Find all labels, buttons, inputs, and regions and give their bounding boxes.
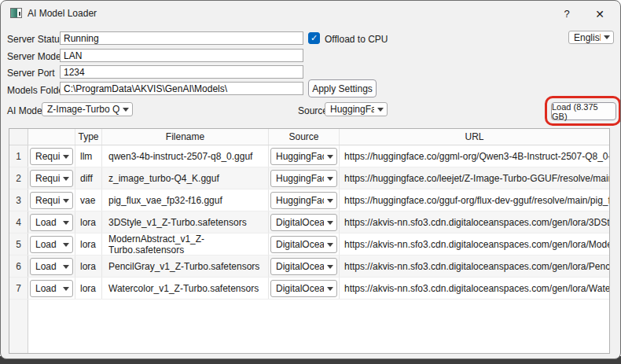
row-number: 4 [9, 211, 28, 233]
type-cell: lora [75, 256, 102, 277]
table-row: 3 Required vae pig_flux_vae_fp32-f16.ggu… [9, 189, 609, 211]
action-select[interactable]: Load [30, 280, 73, 297]
type-cell: llm [75, 145, 102, 167]
chevron-down-icon [327, 177, 333, 181]
filename-cell: z_image_turbo-Q4_K.gguf [102, 167, 269, 189]
server-port-label: Server Port [7, 68, 55, 79]
server-status-label: Server Status [7, 34, 64, 45]
models-folder-input[interactable] [60, 82, 303, 95]
models-table: Type Filename Source URL 1 Required llm … [9, 128, 610, 354]
server-port-input[interactable] [60, 65, 303, 79]
url-cell: https://huggingface.co/gguf-org/flux-dev… [340, 189, 609, 211]
chevron-down-icon [377, 108, 384, 112]
type-cell: lora [75, 211, 102, 233]
source-select[interactable]: HuggingFace [270, 148, 337, 165]
close-icon[interactable]: ✕ [587, 4, 612, 24]
server-mode-label: Server Mode [7, 51, 61, 62]
url-cell: https://akvis-nn.sfo3.cdn.digitaloceansp… [340, 233, 609, 255]
source-select[interactable]: DigitalOcean [270, 236, 337, 253]
chevron-down-icon [327, 243, 333, 247]
source-select[interactable]: HuggingFace [270, 170, 337, 187]
row-number: 7 [9, 278, 28, 299]
filename-cell: Watercolor_v1_Z-Turbo.safetensors [102, 278, 269, 299]
window-title: AI Model Loader [28, 8, 97, 19]
url-cell: https://huggingface.co/leejet/Z-Image-Tu… [340, 167, 609, 189]
row-number: 6 [9, 256, 28, 277]
source-select[interactable]: HuggingFace [270, 192, 337, 209]
type-cell: diff [75, 167, 102, 189]
action-select[interactable]: Required [30, 170, 73, 187]
url-cell: https://akvis-nn.sfo3.cdn.digitaloceansp… [340, 256, 609, 277]
action-select[interactable]: Required [30, 148, 73, 165]
chevron-down-icon [327, 221, 333, 225]
load-button[interactable]: Load (8.375 GB) [551, 102, 616, 120]
row-number: 5 [9, 233, 28, 255]
table-empty-area [9, 300, 609, 353]
app-icon [10, 8, 22, 18]
table-row: 1 Required llm qwen3-4b-instruct-2507-q8… [9, 145, 609, 167]
offload-to-cpu-label: Offload to CPU [325, 34, 388, 45]
models-folder-label: Models Folder [7, 85, 67, 96]
type-cell: vae [75, 189, 102, 211]
header-row-number [9, 129, 28, 145]
ai-model-loader-window: AI Model Loader ? ✕ Server Status Server… [0, 0, 621, 359]
language-select[interactable]: English [568, 31, 614, 44]
url-cell: https://akvis-nn.sfo3.cdn.digitaloceansp… [340, 278, 609, 299]
help-button[interactable]: ? [554, 4, 579, 24]
row-header-strip [9, 300, 28, 353]
chevron-down-icon [327, 199, 333, 203]
chevron-down-icon [63, 287, 69, 291]
filename-cell: PencilGray_v1_Z-Turbo.safetensors [102, 256, 269, 277]
filename-cell: pig_flux_vae_fp32-f16.gguf [102, 189, 269, 211]
filename-cell: 3DStyle_v1_Z-Turbo.safetensors [102, 211, 269, 233]
ai-model-select[interactable]: Z-Image-Turbo Q4_K [42, 102, 133, 116]
chevron-down-icon [123, 108, 129, 112]
action-select[interactable]: Load [30, 258, 73, 275]
server-status-input[interactable] [60, 31, 303, 45]
chevron-down-icon [63, 265, 69, 269]
source-select[interactable]: DigitalOcean [270, 214, 337, 231]
chevron-down-icon [327, 287, 333, 291]
chevron-down-icon [604, 35, 610, 39]
header-url: URL [340, 129, 609, 145]
source-select[interactable]: DigitalOcean [270, 258, 337, 275]
row-number: 1 [9, 145, 28, 167]
offload-to-cpu-checkbox[interactable]: ✓ [308, 32, 320, 44]
action-select[interactable]: Required [30, 192, 73, 209]
action-select[interactable]: Load [30, 214, 73, 231]
header-filename: Filename [102, 129, 269, 145]
action-select[interactable]: Load [30, 236, 73, 253]
server-mode-input[interactable] [60, 49, 303, 62]
type-cell: lora [75, 233, 102, 255]
table-row: 7 Load lora Watercolor_v1_Z-Turbo.safete… [9, 278, 609, 300]
apply-settings-button[interactable]: Apply Settings [308, 79, 377, 97]
table-row: 4 Load lora 3DStyle_v1_Z-Turbo.safetenso… [9, 211, 609, 233]
filename-cell: qwen3-4b-instruct-2507-q8_0.gguf [102, 145, 269, 167]
source-label: Source [298, 105, 328, 116]
chevron-down-icon [327, 155, 333, 159]
row-number: 3 [9, 189, 28, 211]
table-header-row: Type Filename Source URL [9, 129, 609, 145]
header-source: Source [269, 129, 340, 145]
chevron-down-icon [63, 155, 69, 159]
checkmark-icon: ✓ [310, 33, 318, 42]
ai-model-label: AI Model [7, 105, 44, 116]
header-type: Type [75, 129, 102, 145]
filename-cell: ModernAbstract_v1_Z-Turbo.safetensors [102, 233, 269, 255]
url-cell: https://akvis-nn.sfo3.cdn.digitaloceansp… [340, 211, 609, 233]
chevron-down-icon [327, 265, 333, 269]
chevron-down-icon [63, 199, 69, 203]
empty-cells [28, 300, 609, 353]
table-row: 5 Load lora ModernAbstract_v1_Z-Turbo.sa… [9, 233, 609, 256]
header-action [28, 129, 75, 145]
chevron-down-icon [63, 221, 69, 225]
url-cell: https://huggingface.co/ggml-org/Qwen3-4B… [340, 145, 609, 167]
source-select[interactable]: HuggingFace [325, 102, 388, 116]
chevron-down-icon [63, 243, 69, 247]
table-row: 6 Load lora PencilGray_v1_Z-Turbo.safete… [9, 256, 609, 278]
title-bar[interactable]: AI Model Loader ? ✕ [1, 1, 620, 26]
chevron-down-icon [63, 177, 69, 181]
source-select[interactable]: DigitalOcean [270, 280, 337, 297]
row-number: 2 [9, 167, 28, 189]
table-row: 2 Required diff z_image_turbo-Q4_K.gguf … [9, 167, 609, 189]
